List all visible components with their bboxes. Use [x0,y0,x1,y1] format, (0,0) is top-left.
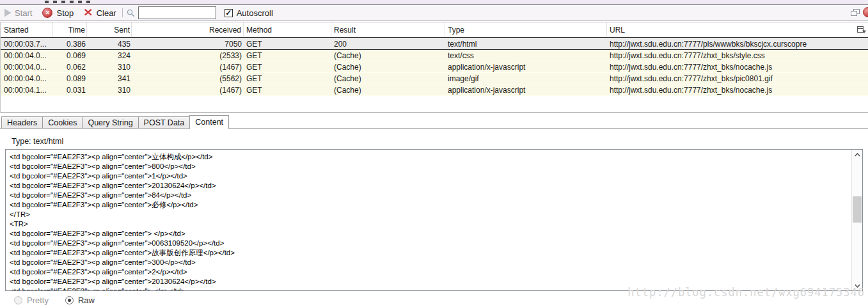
code-line: <td bgcolor="#EAE2F3"><p align="center">… [10,200,850,210]
cell-started: 00:00:03.7... [1,38,53,49]
stop-label: Stop [56,8,74,18]
cell-type: text/css [445,50,607,61]
code-line: <td bgcolor="#EAE2F3"><p align="center">… [10,258,850,267]
cell-sent: 310 [87,61,132,72]
cell-sent: 341 [87,73,132,84]
cell-url: http://jwxt.sdu.edu.cn:7777/zhxt_bks/sty… [607,50,868,61]
cell-time: 0.386 [53,38,87,49]
cell-type: application/x-javascript [445,61,607,72]
cell-received: 7050 [132,38,244,49]
column-chooser-icon[interactable] [857,26,866,34]
cell-result: (Cache) [331,84,445,95]
cell-received: (2533) [132,50,244,61]
scrollbar-thumb[interactable] [853,196,862,223]
request-table-body: 00:00:03.7...0.3864357050GET200text/html… [1,37,868,96]
detail-tabstrip: HeadersCookiesQuery StringPOST DataConte… [0,114,868,129]
raw-radio[interactable]: Raw [65,295,95,305]
toolbar-separator [122,8,123,17]
content-panel: Type: text/html <td bgcolor="#EAE2F3"><p… [0,129,868,307]
clear-button[interactable]: ✕ Clear [84,8,116,18]
search-icon [126,8,136,18]
table-row[interactable]: 00:00:04.0...0.062310(1467)GET(Cache)app… [1,61,868,73]
cell-sent: 310 [87,84,132,95]
cell-sent: 324 [87,50,132,61]
table-row[interactable]: 00:00:04.0...0.069324(2533)GET(Cache)tex… [1,50,868,61]
code-line: </TR> [10,210,850,219]
cell-time: 0.062 [53,61,87,72]
code-line: <td bgcolor="#EAE2F3"><p align="center">… [10,229,850,239]
cell-started: 00:00:04.0... [1,73,53,84]
cell-result: (Cache) [331,50,445,61]
chevron-down-icon [855,284,860,288]
raw-label: Raw [78,295,95,305]
chevron-up-icon [855,153,860,157]
column-header-received[interactable]: Received [132,22,244,37]
code-line: <td bgcolor="#EAE2F3"><p align="center">… [10,152,850,162]
cell-method: GET [244,50,331,61]
cell-method: GET [244,84,331,95]
cell-started: 00:00:04.0... [1,61,53,72]
column-header-sent[interactable]: Sent [87,22,132,37]
http-analyzer-window: Start ✕ Stop ✕ Clear ✓ Autoscroll [0,0,868,307]
stop-icon: ✕ [42,8,52,18]
column-header-url[interactable]: URL [607,22,868,37]
code-line: <td bgcolor="#EAE2F3"><p align="center">… [10,181,850,191]
cell-time: 0.031 [53,84,87,95]
content-viewer[interactable]: <td bgcolor="#EAE2F3"><p align="center">… [5,149,863,291]
tab-headers[interactable]: Headers [1,116,43,129]
code-line: <td bgcolor="#EAE2F3"><p align="center">… [10,248,850,258]
play-icon [4,9,11,17]
cell-received: (1467) [132,84,244,95]
clear-label: Clear [97,8,116,18]
checkbox-checked-icon: ✓ [225,9,233,17]
scroll-up-button[interactable] [852,150,862,159]
code-line: <td bgcolor="#EAE2F3"><p align="center">… [10,287,850,290]
column-header-result[interactable]: Result [331,22,445,37]
table-row[interactable]: 00:00:04.0...0.089341(5562)GET(Cache)ima… [1,73,868,84]
pretty-label: Pretty [27,295,49,305]
stop-button[interactable]: ✕ Stop [42,8,74,18]
tab-post-data[interactable]: POST Data [138,116,191,129]
clipped-red-icon [863,7,868,17]
table-row[interactable]: 00:00:04.1...0.031310(1467)GET(Cache)app… [1,84,868,96]
start-button[interactable]: Start [4,8,32,18]
cell-received: (1467) [132,61,244,72]
cell-result: (Cache) [331,73,445,84]
code-line: <td bgcolor="#EAE2F3"><p align="center">… [10,267,850,277]
request-grid: StartedTimeSentReceivedMethodResultTypeU… [0,22,868,113]
column-header-method[interactable]: Method [244,22,331,37]
clear-x-icon: ✕ [83,8,93,17]
tab-cookies[interactable]: Cookies [42,116,83,129]
cell-method: GET [244,38,331,49]
code-line: <td bgcolor="#EAE2F3"><p align="center">… [10,162,850,171]
vertical-scrollbar[interactable] [851,150,862,290]
column-header-started[interactable]: Started [1,22,53,37]
cell-method: GET [244,73,331,84]
format-options: Pretty Raw [0,294,868,307]
scroll-down-button[interactable] [852,281,862,290]
cell-url: http://jwxt.sdu.edu.cn:7777/zhxt_bks/noc… [607,61,868,72]
column-header-type[interactable]: Type [445,22,607,37]
pretty-radio[interactable]: Pretty [14,295,49,305]
grid-header-row: StartedTimeSentReceivedMethodResultTypeU… [1,22,868,37]
table-row[interactable]: 00:00:03.7...0.3864357050GET200text/html… [1,37,868,50]
main-toolbar: Start ✕ Stop ✕ Clear ✓ Autoscroll [0,5,868,21]
cell-method: GET [244,61,331,72]
cascade-windows-icon[interactable] [850,8,860,17]
tab-content[interactable]: Content [189,115,229,129]
code-lines: <td bgcolor="#EAE2F3"><p align="center">… [6,150,851,290]
cell-sent: 435 [87,38,132,49]
content-type-label: Type: text/html [12,137,63,146]
cell-url: http://jwxt.sdu.edu.cn:7777/zhxt_bks/pic… [607,73,868,84]
window-remnant-strip [0,0,868,5]
radio-selected-icon [65,296,74,304]
cell-result: 200 [331,38,445,49]
tab-query-string[interactable]: Query String [82,116,138,129]
filter-input[interactable] [138,6,216,19]
column-header-time[interactable]: Time [53,22,87,37]
cell-type: application/x-javascript [445,84,607,95]
autoscroll-toggle[interactable]: ✓ Autoscroll [225,8,273,18]
code-line: <td bgcolor="#EAE2F3"><p align="center">… [10,191,850,200]
start-label: Start [15,8,32,18]
cell-started: 00:00:04.0... [1,50,53,61]
